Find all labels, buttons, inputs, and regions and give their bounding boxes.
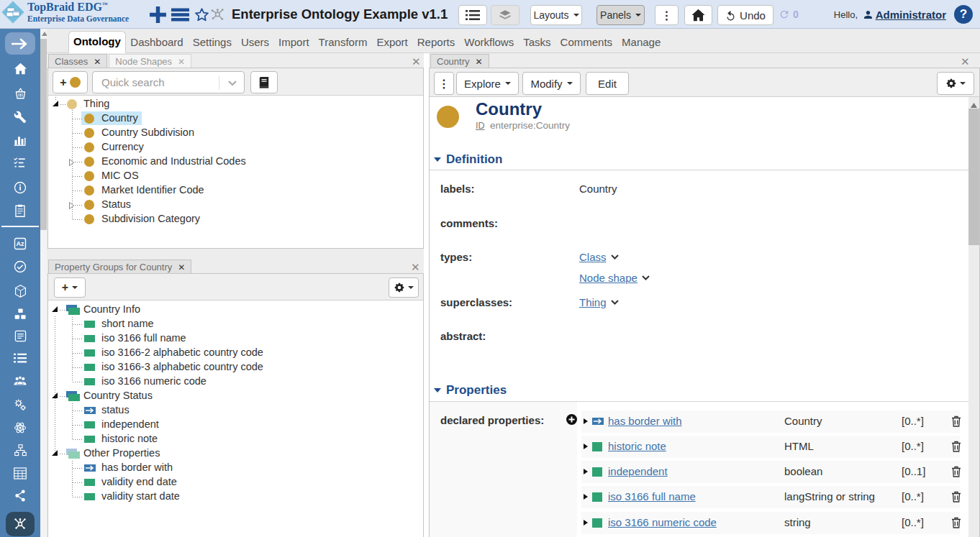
svg-text:Az: Az xyxy=(17,240,24,247)
